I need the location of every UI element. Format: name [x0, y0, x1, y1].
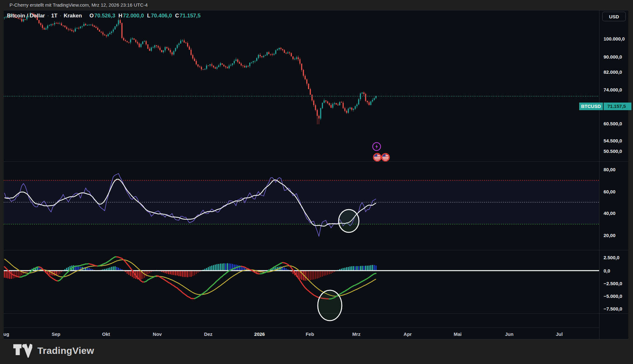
candle-body — [251, 62, 252, 63]
title-bar: P-Cherry erstellt mit TradingView.com, M… — [0, 0, 633, 10]
macd-histogram-bar — [6, 271, 7, 278]
currency-button[interactable]: USD — [602, 12, 626, 21]
macd-histogram-bar — [327, 271, 328, 275]
chart-area[interactable]: Bitcoin / Dollar·1T·KrakenO70.526,3H72.0… — [4, 10, 628, 339]
macd-histogram-bar — [58, 271, 59, 275]
candle-body — [99, 30, 100, 32]
macd-histogram-bar — [220, 264, 221, 271]
footer-logo[interactable]: TradingView — [13, 344, 94, 358]
macd-histogram-bar — [179, 271, 180, 276]
candle-body — [248, 66, 249, 66]
time-axis-month-label: Okt — [102, 331, 110, 336]
candle-body — [25, 19, 26, 20]
candle-body — [85, 24, 86, 25]
macd-histogram-bar — [185, 271, 187, 277]
candle-body — [89, 25, 90, 25]
candle-body — [109, 33, 110, 34]
macd-histogram-bar — [360, 266, 361, 271]
candle-body — [222, 63, 223, 65]
tradingview-icon — [13, 344, 32, 358]
candle-body — [361, 92, 363, 93]
axis-tick-label: −7.500,0 — [604, 306, 622, 311]
legend-separator: · — [47, 13, 49, 19]
macd-histogram-bar — [372, 265, 373, 271]
candle-body — [265, 55, 266, 56]
chart-canvas[interactable] — [4, 10, 628, 339]
candle-body — [339, 102, 340, 105]
macd-histogram-bar — [184, 271, 185, 277]
candle-body — [275, 50, 276, 54]
snapshot-title: P-Cherry erstellt mit TradingView.com, M… — [9, 2, 148, 8]
macd-histogram-bar — [318, 271, 320, 278]
candle-body — [175, 48, 176, 51]
candle-body — [197, 64, 199, 66]
axis-tick-label: 54.500,0 — [604, 138, 622, 143]
us-flag-event-icon[interactable] — [373, 154, 381, 161]
candle-body — [56, 23, 57, 24]
candle-body — [165, 47, 166, 50]
macd-histogram-bar — [59, 271, 60, 274]
macd-histogram-bar — [234, 264, 235, 271]
macd-histogram-bar — [68, 267, 69, 271]
symbol-legend[interactable]: Bitcoin / Dollar·1T·KrakenO70.526,3H72.0… — [7, 13, 201, 19]
highlight-circle-annotation[interactable] — [339, 210, 359, 232]
candle-body — [156, 45, 157, 46]
macd-histogram-bar — [213, 265, 214, 271]
candle-body — [123, 38, 124, 40]
macd-histogram-bar — [301, 271, 302, 280]
candle-body — [132, 38, 133, 39]
candle-body — [353, 109, 354, 110]
candle-body — [116, 24, 117, 26]
axis-tick-label: 100.000,0 — [604, 36, 625, 41]
exchange-label: Kraken — [64, 13, 82, 19]
macd-histogram-bar — [54, 271, 55, 276]
macd-histogram-bar — [218, 264, 219, 271]
candle-body — [127, 41, 128, 42]
candle-body — [303, 70, 304, 76]
candle-body — [254, 61, 256, 61]
macd-histogram-bar — [182, 271, 183, 277]
candle-body — [149, 49, 150, 51]
candle-body — [146, 41, 147, 44]
symbol-name[interactable]: Bitcoin / Dollar — [7, 13, 45, 19]
high-letter: H — [118, 13, 122, 19]
lightning-event-icon[interactable] — [373, 143, 381, 151]
time-axis-month-label: Nov — [153, 331, 162, 336]
candle-body — [336, 103, 337, 105]
candle-body — [77, 28, 78, 29]
candle-body — [82, 26, 83, 27]
candle-body — [242, 66, 244, 66]
candle-body — [330, 105, 332, 108]
candle-body — [134, 38, 135, 40]
candle-body — [104, 35, 105, 35]
time-axis-month-label: ug — [3, 331, 9, 336]
price-axis[interactable]: USD 100.000,090.000,082.000,074.000,066.… — [599, 10, 629, 339]
axis-tick-label: −5.000,0 — [604, 293, 622, 299]
candle-body — [261, 56, 263, 57]
us-flag-event-icon[interactable] — [382, 154, 389, 161]
candle-body — [63, 25, 64, 26]
axis-tick-label: 90.000,0 — [604, 54, 622, 60]
highlight-circle-annotation[interactable] — [318, 290, 342, 321]
macd-histogram-bar — [180, 271, 181, 276]
interval-label[interactable]: 1T — [51, 13, 58, 19]
tradingview-snapshot: P-Cherry erstellt mit TradingView.com, M… — [0, 0, 633, 364]
axis-tick-label: 80,00 — [604, 167, 616, 172]
macd-histogram-bar — [211, 266, 212, 271]
candle-body — [268, 52, 270, 54]
macd-histogram-bar — [284, 267, 285, 271]
macd-zero-line — [4, 270, 599, 271]
candle-body — [180, 41, 181, 43]
candle-body — [71, 30, 72, 31]
candle-body — [266, 52, 268, 55]
macd-histogram-bar — [365, 266, 366, 271]
macd-histogram-bar — [113, 267, 114, 271]
time-axis[interactable]: ugSepOktNovDez2026FebMrzAprMaiJunJul — [4, 328, 599, 340]
candle-body — [298, 57, 299, 59]
candle-body — [284, 50, 285, 53]
macd-histogram-bar — [194, 271, 195, 275]
candle-body — [139, 43, 140, 47]
candle-body — [342, 103, 344, 108]
candle-body — [204, 69, 206, 69]
macd-histogram-bar — [116, 267, 117, 271]
